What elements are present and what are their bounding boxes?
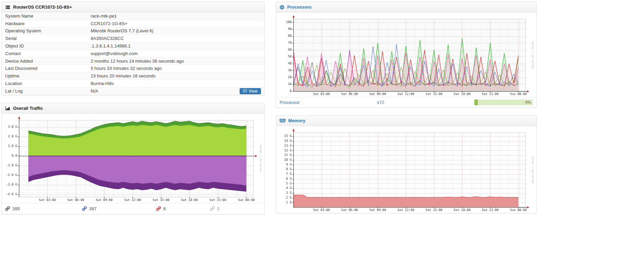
device-info-value: N/A	[91, 88, 98, 94]
right-column: Processors Processor x72 6% Memory	[276, 2, 537, 221]
device-info-table: System Namerack-mtk-pe1HardwareCCR1072-1…	[2, 12, 264, 95]
port-count-value: 395	[12, 206, 20, 211]
port-count-ignored[interactable]: 0	[210, 206, 261, 211]
device-info-value-cell: support@vobissgh.com	[88, 50, 264, 57]
device-info-value: Burma-Hills	[91, 81, 114, 86]
processor-count[interactable]: x72	[377, 100, 471, 105]
port-count-value: 0	[217, 206, 220, 211]
device-info-value-cell: N/AView	[88, 87, 264, 95]
memory-graph[interactable]	[278, 128, 534, 212]
router-icon	[5, 5, 10, 10]
device-info-value: 5 hours 33 minutes 32 seconds ago	[91, 66, 162, 71]
device-info-row: HardwareCCR1072-1G-8S+	[2, 20, 264, 28]
device-panel-title: RouterOS CCR1072-1G-8S+	[13, 4, 72, 10]
port-count-up[interactable]: 387	[82, 206, 156, 211]
device-info-value: .1.3.6.1.4.1.14988.1	[91, 43, 131, 49]
device-info-row: System Namerack-mtk-pe1	[2, 12, 264, 20]
port-counts-row: 39538760	[2, 203, 264, 214]
device-info-label: Lat / Lng	[2, 88, 88, 94]
port-count-value: 6	[163, 206, 166, 211]
view-location-button[interactable]: View	[240, 88, 261, 94]
device-info-value-cell: .1.3.6.1.4.1.14988.1	[88, 43, 264, 49]
device-info-value: support@vobissgh.com	[91, 51, 138, 56]
device-info-row: LocationBurma-Hills	[2, 80, 264, 87]
device-info-value-cell: 2 months 12 hours 14 minutes 36 seconds …	[88, 58, 264, 64]
device-info-row: Last Discovered5 hours 33 minutes 32 sec…	[2, 65, 264, 73]
port-count-value: 387	[89, 206, 97, 211]
device-info-label: Device Added	[2, 58, 88, 64]
overall-traffic-panel: Overall Traffic 39538760	[1, 103, 265, 214]
left-column: RouterOS CCR1072-1G-8S+ System Namerack-…	[1, 2, 265, 222]
device-info-value: CCR1072-1G-8S+	[91, 21, 128, 26]
device-info-label: Hardware	[2, 20, 88, 27]
cpu-chip-icon	[280, 5, 284, 10]
device-info-row: Serial8A350AC328CC	[2, 35, 264, 42]
traffic-chart-area	[2, 114, 264, 203]
traffic-panel-header: Overall Traffic	[2, 103, 264, 114]
processors-chart-area	[276, 12, 536, 97]
device-info-value: 2 months 12 hours 14 minutes 36 seconds …	[91, 59, 184, 64]
processor-usage-bar: 6%	[474, 99, 533, 105]
memory-chart-area	[276, 126, 536, 213]
processor-health-row: Processor x72 6%	[276, 97, 536, 107]
device-info-label: Uptime	[2, 73, 88, 79]
link-icon	[210, 206, 215, 211]
device-info-value-cell: Mikrotik RouterOS 7.7 (Level 6)	[88, 28, 264, 34]
link-icon	[156, 206, 161, 211]
processor-usage-percent: 6%	[525, 99, 531, 105]
processors-panel-header: Processors	[276, 2, 536, 12]
device-info-label: Serial	[2, 35, 88, 42]
device-info-row: Device Added2 months 12 hours 14 minutes…	[2, 57, 264, 65]
traffic-panel-title: Overall Traffic	[13, 106, 43, 111]
device-info-label: Operating System	[2, 28, 88, 34]
device-overview-panel: RouterOS CCR1072-1G-8S+ System Namerack-…	[1, 2, 265, 95]
device-info-value-cell: 8A350AC328CC	[88, 35, 264, 42]
device-info-value: 23 hours 20 minutes 16 seconds	[91, 73, 155, 78]
port-count-down[interactable]: 6	[156, 206, 210, 211]
processors-panel-title: Processors	[287, 4, 312, 10]
memory-ram-icon	[280, 118, 285, 123]
memory-panel-title: Memory	[288, 118, 305, 123]
overall-traffic-graph[interactable]	[3, 116, 262, 202]
area-chart-icon	[5, 106, 10, 110]
device-info-row: Operating SystemMikrotik RouterOS 7.7 (L…	[2, 28, 264, 35]
device-info-row: Contactsupport@vobissgh.com	[2, 50, 264, 57]
device-info-row: Object ID.1.3.6.1.4.1.14988.1	[2, 42, 264, 50]
device-info-value-cell: Burma-Hills	[88, 80, 264, 87]
device-info-label: Contact	[2, 50, 88, 57]
device-info-value: Mikrotik RouterOS 7.7 (Level 6)	[91, 28, 153, 33]
device-panel-header: RouterOS CCR1072-1G-8S+	[2, 2, 264, 12]
link-icon	[82, 206, 87, 211]
device-info-value-cell: CCR1072-1G-8S+	[88, 20, 264, 27]
device-info-label: Object ID	[2, 43, 88, 49]
processors-graph[interactable]	[278, 14, 534, 96]
device-info-value-cell: 23 hours 20 minutes 16 seconds	[88, 73, 264, 79]
device-info-row: Uptime23 hours 20 minutes 16 seconds	[2, 72, 264, 80]
memory-panel-header: Memory	[276, 116, 536, 126]
processor-usage-fill	[474, 99, 478, 105]
device-info-label: System Name	[2, 13, 88, 19]
map-icon	[243, 89, 247, 94]
processor-link[interactable]: Processor	[280, 100, 374, 105]
device-info-label: Location	[2, 80, 88, 87]
device-info-value: 8A350AC328CC	[91, 36, 124, 41]
device-info-value-cell: 5 hours 33 minutes 32 seconds ago	[88, 65, 264, 72]
device-info-label: Last Discovered	[2, 65, 88, 72]
port-count-total[interactable]: 395	[5, 206, 82, 211]
device-info-value-cell: rack-mtk-pe1	[88, 13, 264, 19]
device-info-value: rack-mtk-pe1	[91, 13, 117, 19]
memory-panel: Memory	[276, 115, 537, 213]
processors-panel: Processors Processor x72 6%	[276, 2, 537, 108]
device-info-row: Lat / LngN/AView	[2, 87, 264, 95]
link-icon	[5, 206, 10, 211]
